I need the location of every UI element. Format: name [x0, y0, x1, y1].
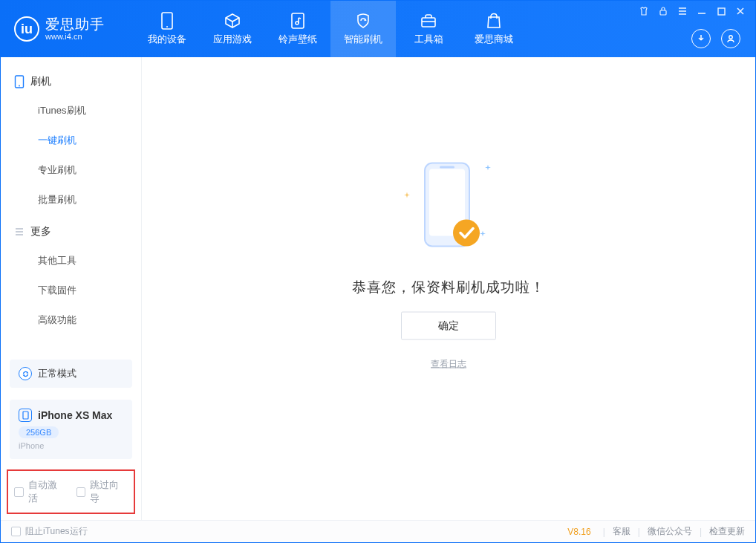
auto-activate-checkbox[interactable]: 自动激活: [14, 478, 66, 505]
lock-icon[interactable]: [657, 5, 669, 17]
music-file-icon: [289, 12, 307, 30]
top-nav: 我的设备 应用游戏 铃声壁纸 智能刷机 工具箱: [134, 1, 527, 57]
nav-label: 铃声壁纸: [278, 33, 317, 46]
nav-label: 工具箱: [414, 33, 443, 46]
nav-label: 智能刷机: [344, 33, 382, 46]
device-mode-box: 正常模式: [10, 360, 132, 388]
checkbox-icon: [11, 527, 21, 536]
window-controls: [638, 5, 746, 17]
svg-rect-10: [23, 412, 28, 419]
checkbox-icon: [14, 487, 24, 497]
device-mode-label: 正常模式: [38, 367, 76, 380]
phone-small-icon: [14, 75, 25, 88]
sidebar-item-other-tools[interactable]: 其他工具: [1, 246, 141, 276]
close-icon[interactable]: [734, 5, 746, 17]
status-bar: 阻止iTunes运行 V8.16 | 客服 | 微信公众号 | 检查更新: [1, 520, 755, 542]
svg-rect-4: [422, 18, 435, 27]
check-update-link[interactable]: 检查更新: [709, 525, 745, 538]
minimize-icon[interactable]: [696, 5, 708, 17]
ok-button[interactable]: 确定: [401, 312, 496, 340]
list-icon: [14, 227, 25, 237]
sidebar-group-label: 更多: [30, 225, 51, 238]
success-title: 恭喜您，保资料刷机成功啦！: [352, 278, 545, 297]
phone-success-icon: [411, 159, 486, 256]
nav-store[interactable]: 爱思商城: [461, 1, 527, 57]
sidebar-item-batch-flash[interactable]: 批量刷机: [1, 185, 141, 215]
sidebar-item-itunes-flash[interactable]: iTunes刷机: [1, 96, 141, 126]
cube-icon: [224, 12, 241, 30]
nav-label: 应用游戏: [213, 33, 252, 46]
maximize-icon[interactable]: [715, 5, 727, 17]
checkbox-label: 跳过向导: [90, 478, 128, 505]
svg-rect-2: [292, 13, 304, 28]
sparkle-icon: [480, 231, 486, 237]
checkbox-label: 自动激活: [28, 478, 66, 505]
device-info-box[interactable]: iPhone XS Max 256GB iPhone: [10, 400, 132, 459]
profile-button[interactable]: [721, 29, 740, 48]
device-name: iPhone XS Max: [38, 409, 112, 421]
stop-itunes-checkbox[interactable]: 阻止iTunes运行: [11, 525, 88, 538]
svg-rect-6: [718, 8, 725, 15]
nav-toolbox[interactable]: 工具箱: [396, 1, 461, 57]
svg-point-14: [453, 220, 480, 247]
sidebar-bottom-options: 自动激活 跳过向导: [7, 469, 135, 514]
brand-subtitle: www.i4.cn: [45, 32, 105, 41]
support-link[interactable]: 客服: [613, 525, 630, 538]
toolbox-icon: [420, 12, 437, 30]
sparkle-icon: [404, 192, 410, 198]
shirt-icon[interactable]: [638, 5, 650, 17]
svg-point-9: [19, 85, 20, 87]
flash-result-panel: 恭喜您，保资料刷机成功啦！ 确定 查看日志: [352, 152, 545, 371]
device-capacity: 256GB: [19, 426, 59, 438]
refresh-shield-icon: [354, 12, 372, 30]
nav-label: 爱思商城: [475, 33, 513, 46]
svg-point-3: [296, 22, 299, 25]
sidebar-group-more: 更多: [1, 215, 141, 246]
nav-apps-games[interactable]: 应用游戏: [200, 1, 265, 57]
sync-icon: [19, 367, 32, 380]
sidebar: 刷机 iTunes刷机 一键刷机 专业刷机 批量刷机 更多 其他工具 下载固件 …: [1, 57, 142, 520]
svg-point-1: [166, 26, 168, 27]
view-log-link[interactable]: 查看日志: [431, 358, 466, 371]
skip-guide-checkbox[interactable]: 跳过向导: [76, 478, 128, 505]
sidebar-item-advanced[interactable]: 高级功能: [1, 305, 141, 335]
sidebar-group-label: 刷机: [30, 75, 51, 88]
checkbox-label: 阻止iTunes运行: [25, 525, 88, 538]
brand-title: 爱思助手: [45, 17, 105, 33]
nav-smart-flash[interactable]: 智能刷机: [330, 1, 396, 57]
nav-my-device[interactable]: 我的设备: [134, 1, 200, 57]
sidebar-group-flash: 刷机: [1, 65, 141, 96]
device-type: iPhone: [19, 441, 123, 450]
version-label: V8.16: [567, 527, 590, 537]
brand-text: 爱思助手 www.i4.cn: [45, 17, 105, 42]
brand-logo-icon: iu: [14, 16, 39, 42]
svg-rect-13: [440, 166, 454, 169]
sparkle-icon: [485, 165, 491, 171]
svg-point-7: [729, 36, 732, 39]
nav-label: 我的设备: [148, 33, 186, 46]
download-button[interactable]: [691, 29, 711, 48]
checkbox-icon: [76, 487, 86, 497]
svg-rect-5: [660, 10, 666, 15]
device-phone-icon: [19, 409, 32, 422]
sidebar-item-onekey-flash[interactable]: 一键刷机: [1, 126, 141, 155]
wechat-link[interactable]: 微信公众号: [648, 525, 692, 538]
shopping-bag-icon: [485, 12, 503, 30]
header-right: [638, 1, 748, 57]
title-bar: iu 爱思助手 www.i4.cn 我的设备 应用游戏 铃声壁纸: [1, 1, 755, 57]
nav-ringtones-wallpapers[interactable]: 铃声壁纸: [265, 1, 330, 57]
brand: iu 爱思助手 www.i4.cn: [1, 1, 134, 57]
menu-icon[interactable]: [677, 5, 688, 17]
main-content: 恭喜您，保资料刷机成功啦！ 确定 查看日志: [142, 57, 755, 520]
sidebar-item-pro-flash[interactable]: 专业刷机: [1, 155, 141, 185]
success-illustration: [393, 152, 504, 263]
phone-icon: [158, 12, 176, 30]
sidebar-item-download-firmware[interactable]: 下载固件: [1, 276, 141, 305]
